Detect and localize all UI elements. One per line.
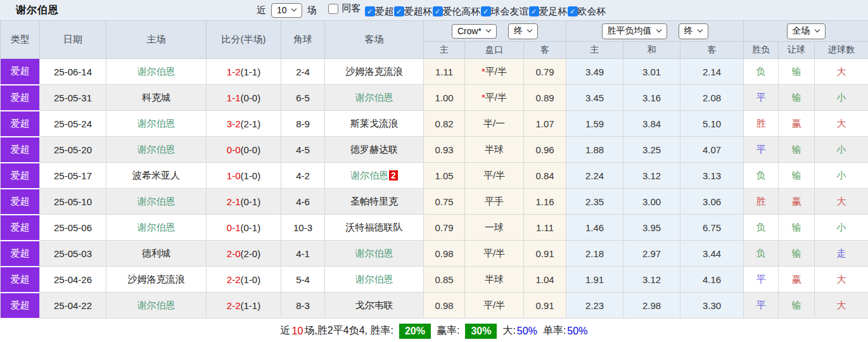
- score-cell: 1-2(1-1): [207, 59, 281, 85]
- away-team-link[interactable]: 沃特福德联队: [346, 222, 403, 232]
- handicap-text: 平/半: [483, 248, 505, 258]
- match-row: 爱超25-05-24谢尔伯恩3-2(2-1)8-9斯莱戈流浪0.82半/一1.0…: [1, 111, 868, 137]
- checked-checkbox-icon[interactable]: ✓: [394, 6, 404, 16]
- home-team-link[interactable]: 谢尔伯恩: [137, 144, 176, 155]
- summary-count: 10: [292, 326, 303, 337]
- home-team-link[interactable]: 谢尔伯恩: [137, 222, 176, 232]
- half-time-score: (2-1): [241, 118, 261, 129]
- result-handicap: 输: [779, 241, 815, 267]
- single-rate-value: 50%: [567, 326, 587, 337]
- result-text: 平: [756, 300, 766, 310]
- full-time-score[interactable]: 2-1: [227, 196, 241, 207]
- home-team-link[interactable]: 谢尔伯恩: [137, 196, 176, 206]
- chevron-down-icon: [656, 27, 661, 32]
- league-type-badge: 爱超: [1, 163, 40, 189]
- home-team-cell: 科克城: [106, 85, 207, 111]
- avg-time-select[interactable]: 终: [679, 23, 708, 39]
- recent-matches-select[interactable]: 10: [271, 3, 302, 18]
- odds-company-select[interactable]: Crow*: [452, 24, 497, 39]
- away-odds: 0.79: [524, 59, 566, 85]
- result-wdl: 胜: [744, 189, 779, 215]
- away-team-link[interactable]: 谢尔伯恩: [355, 248, 393, 258]
- result-text: 胜: [756, 118, 766, 129]
- filter-爱超: ✓爱超: [365, 6, 394, 18]
- away-team-link[interactable]: 沙姆洛克流浪: [346, 66, 403, 77]
- handicap-text: 半球: [485, 144, 504, 155]
- away-odds: 0.91: [524, 293, 566, 319]
- checked-checkbox-icon[interactable]: ✓: [365, 6, 375, 16]
- checked-checkbox-icon[interactable]: ✓: [529, 6, 539, 16]
- score-cell: 1-0(1-0): [207, 163, 281, 189]
- avg-draw-odds: 3.12: [623, 267, 680, 293]
- away-team-link[interactable]: 戈尔韦联: [355, 300, 393, 310]
- league-type-badge: 爱超: [1, 111, 40, 137]
- handicap-line: 平手: [465, 189, 524, 215]
- away-team-link[interactable]: 谢尔伯恩: [350, 170, 388, 180]
- home-team-link[interactable]: 谢尔伯恩: [137, 66, 176, 77]
- avg-away-odds: 3.13: [680, 163, 744, 189]
- avg-type-select[interactable]: 胜平负均值: [602, 23, 667, 39]
- away-team-link[interactable]: 德罗赫达联: [350, 144, 398, 155]
- home-team-link[interactable]: 谢尔伯恩: [137, 300, 176, 310]
- page-title: 谢尔伯恩: [16, 4, 59, 17]
- full-time-score[interactable]: 1-0: [227, 170, 241, 181]
- away-team-link[interactable]: 谢尔伯恩: [355, 92, 393, 103]
- odds-time-select[interactable]: 终: [508, 23, 538, 39]
- checked-checkbox-icon[interactable]: ✓: [481, 6, 491, 16]
- big-rate-value: 50%: [517, 326, 537, 337]
- full-time-score[interactable]: 0-0: [227, 144, 241, 155]
- result-goals: 大: [815, 267, 868, 293]
- checked-checkbox-icon[interactable]: ✓: [568, 6, 578, 16]
- avg-draw-odds: 3.00: [623, 189, 680, 215]
- half-time-score: (1-1): [241, 300, 261, 311]
- unchecked-checkbox-icon[interactable]: [328, 4, 338, 14]
- filter-label: 爱伦高杯: [443, 6, 481, 18]
- match-history-table: 类型 日期 主场 比分(半场) 角球 客场 Crow* 终: [0, 20, 868, 319]
- corner-score: 8-9: [281, 111, 325, 137]
- result-wdl: 平: [744, 267, 779, 293]
- away-team-link[interactable]: 圣帕特里克: [350, 196, 398, 206]
- league-type-badge: 爱超: [1, 85, 40, 111]
- match-row: 爱超25-05-20谢尔伯恩0-0(0-0)4-5德罗赫达联0.93半球0.96…: [1, 137, 868, 163]
- score-cell: 3-2(2-1): [207, 111, 281, 137]
- result-handicap: 输: [779, 137, 815, 163]
- full-time-score[interactable]: 1-1: [227, 92, 241, 103]
- away-team-link[interactable]: 谢尔伯恩: [355, 274, 393, 284]
- home-team-link[interactable]: 谢尔伯恩: [137, 118, 176, 129]
- home-team-link[interactable]: 科克城: [142, 92, 170, 103]
- home-team-cell: 谢尔伯恩: [106, 137, 207, 163]
- full-time-score[interactable]: 2-2: [227, 300, 241, 311]
- away-team-link[interactable]: 斯莱戈流浪: [350, 118, 398, 129]
- full-time-score[interactable]: 2-0: [227, 248, 241, 259]
- full-time-score[interactable]: 3-2: [227, 118, 241, 129]
- checked-checkbox-icon[interactable]: ✓: [433, 6, 443, 16]
- result-goals: 大: [815, 59, 868, 85]
- result-text: 胜: [756, 196, 766, 206]
- scope-select[interactable]: 全场: [787, 23, 826, 39]
- goals-result-text: 小: [837, 92, 846, 103]
- match-rows: 爱超25-06-14谢尔伯恩1-2(1-1)2-4沙姆洛克流浪1.11*平/半0…: [1, 59, 868, 319]
- goals-result-text: 小: [837, 170, 846, 180]
- handicap-text: 平/半: [485, 66, 507, 77]
- filter-label: 同客: [342, 3, 361, 15]
- result-goals: 大: [815, 293, 868, 319]
- half-time-score: (1-0): [241, 170, 261, 181]
- home-team-link[interactable]: 沙姆洛克流浪: [128, 274, 185, 284]
- home-team-link[interactable]: 波希米亚人: [132, 170, 180, 180]
- filter-label: 欧会杯: [578, 6, 606, 18]
- score-cell: 2-0(2-0): [207, 241, 281, 267]
- full-time-score[interactable]: 2-2: [227, 274, 241, 285]
- full-time-score[interactable]: 1-2: [227, 66, 241, 77]
- avg-draw-odds: 3.16: [623, 85, 680, 111]
- full-time-score[interactable]: 0-1: [227, 222, 241, 233]
- odds-group-header: Crow* 终: [424, 21, 566, 42]
- col-away: 客场: [325, 21, 424, 59]
- handicap-line: 半球: [465, 267, 524, 293]
- home-team-cell: 谢尔伯恩: [106, 111, 207, 137]
- home-odds: 0.85: [424, 267, 465, 293]
- home-team-link[interactable]: 德利城: [142, 248, 170, 258]
- handicap-result-text: 输: [792, 300, 801, 310]
- filter-controls: 近 10 场 同客✓爱超✓爱超杯✓爱伦高杯✓球会友谊✓爱足杯✓欧会杯: [254, 3, 609, 18]
- away-team-cell: 谢尔伯恩: [325, 85, 424, 111]
- result-wdl: 负: [744, 215, 779, 241]
